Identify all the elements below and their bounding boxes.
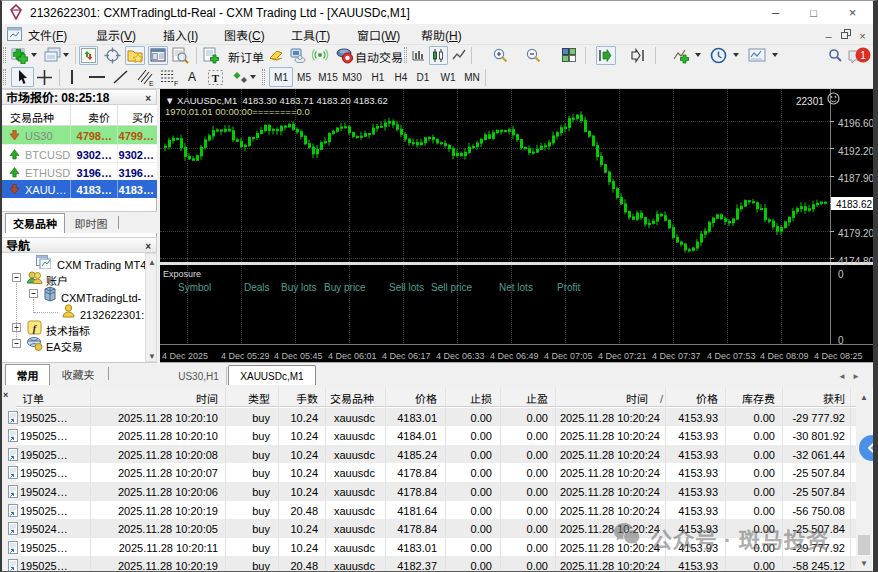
- svg-text:F: F: [174, 80, 178, 87]
- svg-text:1: 1: [860, 50, 866, 61]
- svg-text:E: E: [149, 80, 154, 87]
- svg-text:T: T: [212, 72, 220, 84]
